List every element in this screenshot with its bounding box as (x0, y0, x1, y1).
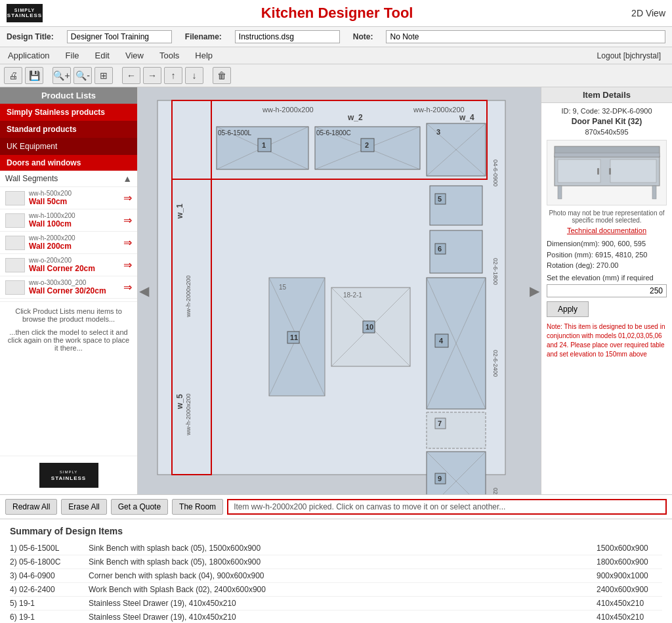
wall-name-corner20: Wall Corner 20cm (29, 264, 119, 273)
wall-item-100[interactable]: ww-h-1000x200 Wall 100cm ⇒ (0, 209, 137, 232)
item-dimensions: Dimension(mm): 900, 600, 595 Position (m… (547, 238, 667, 271)
svg-text:6: 6 (438, 245, 442, 253)
erase-all-button[interactable]: Erase All (61, 499, 106, 515)
wall-arrow-200[interactable]: ⇒ (123, 236, 132, 249)
item-name: Door Panel Kit (32) (547, 117, 667, 126)
wall-code-corner20: ww-o-200x200 (29, 257, 119, 264)
design-bar: Design Title: Filename: Note: (0, 27, 672, 47)
svg-rect-66 (610, 160, 656, 183)
toolbar-up[interactable]: ↑ (164, 67, 182, 84)
wall-item-corner20[interactable]: ww-o-200x200 Wall Corner 20cm ⇒ (0, 254, 137, 276)
wall-code-100: ww-h-1000x200 (29, 212, 119, 219)
summary-dims-1: 1500x600x900 (597, 544, 662, 553)
sidebar-product-lists-label: Product Lists (0, 87, 137, 104)
wall-arrow-50[interactable]: ⇒ (123, 192, 132, 204)
summary-num-6: 6) 19-1 (10, 612, 75, 622)
wall-code-corner30: ww-o-300x300_200 (29, 279, 119, 286)
summary-desc-3: Corner bench with splash back (04), 900x… (89, 571, 583, 580)
elevation-input[interactable] (547, 284, 667, 297)
toolbar: 🖨 💾 🔍+ 🔍- ⊞ ← → ↑ ↓ 🗑 (0, 64, 672, 87)
svg-rect-65 (558, 160, 600, 183)
wall-arrow-corner30[interactable]: ⇒ (123, 281, 132, 293)
wall-item-50[interactable]: ww-h-500x200 Wall 50cm ⇒ (0, 187, 137, 209)
toolbar-zoom-fit[interactable]: ⊞ (94, 67, 113, 84)
menu-help[interactable]: Help (187, 47, 220, 64)
sidebar-hint: Click Product Lists menu items to browse… (0, 301, 137, 328)
wall-item-corner30-info: ww-o-300x300_200 Wall Corner 30/20cm (29, 279, 119, 295)
summary-row-5: 5) 19-1 Stainless Steel Drawer (19), 410… (10, 597, 662, 611)
toolbar-back[interactable]: ← (122, 67, 140, 84)
filename-label: Filename: (185, 32, 222, 41)
wall-item-200[interactable]: ww-h-2000x200 Wall 200cm ⇒ (0, 232, 137, 254)
canvas-arrow-right[interactable]: ▶ (530, 283, 539, 299)
toolbar-down[interactable]: ↓ (185, 67, 203, 84)
note-input[interactable] (386, 30, 665, 43)
apply-button[interactable]: Apply (547, 301, 589, 317)
canvas-area[interactable]: ◀ ▶ ww-h-2000x200 w_2 ww-h-2000x200 w_4 … (138, 87, 541, 494)
wall-item-corner30[interactable]: ww-o-300x300_200 Wall Corner 30/20cm ⇒ (0, 276, 137, 299)
view-label: 2D View (631, 8, 665, 18)
toolbar-print[interactable]: 🖨 (4, 67, 22, 84)
sidebar: Product Lists Simply Stainless products … (0, 87, 138, 494)
summary-row-2: 2) 05-6-1800C Sink Bench with splash bac… (10, 555, 662, 569)
design-title-input[interactable] (67, 30, 172, 43)
the-room-button[interactable]: The Room (172, 499, 223, 515)
wall-segments-label: Wall Segments (5, 174, 123, 183)
logo-box: SIMPLY STAINLESS (7, 4, 43, 22)
filename-input[interactable] (235, 30, 340, 43)
sidebar-category-doors[interactable]: Doors and windows (0, 155, 137, 171)
menu-items: Application File Edit View Tools Help (0, 47, 220, 64)
canvas-arrow-left[interactable]: ◀ (139, 283, 149, 299)
main-layout: Product Lists Simply Stainless products … (0, 87, 672, 494)
wall-arrow-corner20[interactable]: ⇒ (123, 259, 132, 271)
menu-application[interactable]: Application (0, 47, 58, 64)
menu-edit[interactable]: Edit (87, 47, 117, 64)
photo-note: Photo may not be true representation of … (547, 209, 667, 224)
wall-thumb-100 (5, 213, 25, 228)
summary-desc-2: Sink Bench with splash back (05), 1800x6… (89, 557, 583, 567)
menu-view[interactable]: View (117, 47, 152, 64)
item-size: 870x540x595 (547, 128, 667, 136)
logo: SIMPLY STAINLESS (7, 4, 43, 22)
svg-text:w_2: w_2 (347, 113, 363, 122)
toolbar-zoom-in[interactable]: 🔍+ (52, 67, 71, 84)
toolbar-delete[interactable]: 🗑 (213, 67, 231, 84)
wall-thumb-200 (5, 236, 25, 250)
wall-item-200-info: ww-h-2000x200 Wall 200cm (29, 234, 119, 251)
svg-text:w_5: w_5 (175, 394, 184, 410)
svg-text:05-6-1800C: 05-6-1800C (316, 129, 351, 137)
sidebar-item-standard[interactable]: Standard products (0, 121, 137, 138)
svg-text:02-6-1800: 02-6-1800 (492, 258, 499, 285)
svg-text:5: 5 (438, 195, 442, 203)
logout-button[interactable]: Logout [bjchrystal] (589, 48, 669, 64)
menu-tools[interactable]: Tools (152, 47, 187, 64)
summary-dims-3: 900x900x1000 (597, 571, 662, 580)
menu-file[interactable]: File (58, 47, 87, 64)
svg-text:ww-h-2000x200: ww-h-2000x200 (262, 106, 314, 114)
wall-thumb-corner30 (5, 280, 25, 295)
svg-rect-68 (652, 186, 656, 199)
sidebar-item-uk-equipment[interactable]: UK Equipment (0, 138, 137, 155)
elevation-label: Set the elevation (mm) if required (547, 274, 667, 282)
get-quote-button[interactable]: Get a Quote (111, 499, 168, 515)
collapse-wall-segments-button[interactable]: ▲ (123, 173, 132, 184)
floorplan-svg[interactable]: ww-h-2000x200 w_2 ww-h-2000x200 w_4 w_1 … (138, 87, 541, 494)
wall-name-50: Wall 50cm (29, 197, 119, 206)
logo-simply: SIMPLY (14, 8, 35, 12)
toolbar-save[interactable]: 💾 (25, 67, 43, 84)
summary-row-3: 3) 04-6-0900 Corner bench with splash ba… (10, 569, 662, 583)
redraw-all-button[interactable]: Redraw All (5, 499, 57, 515)
wall-name-100: Wall 100cm (29, 219, 119, 228)
wall-arrow-100[interactable]: ⇒ (123, 214, 132, 226)
svg-rect-67 (558, 186, 562, 199)
svg-text:15: 15 (279, 284, 287, 291)
toolbar-zoom-out[interactable]: 🔍- (74, 67, 92, 84)
svg-rect-42 (427, 412, 486, 448)
svg-text:w_4: w_4 (459, 113, 474, 122)
svg-text:ww-h-2000x200: ww-h-2000x200 (185, 275, 192, 318)
sidebar-item-simply-stainless[interactable]: Simply Stainless products (0, 104, 137, 121)
tech-doc-link[interactable]: Technical documentation (547, 226, 667, 234)
wall-item-corner20-info: ww-o-200x200 Wall Corner 20cm (29, 257, 119, 273)
toolbar-forward[interactable]: → (143, 67, 161, 84)
svg-rect-69 (597, 168, 599, 175)
